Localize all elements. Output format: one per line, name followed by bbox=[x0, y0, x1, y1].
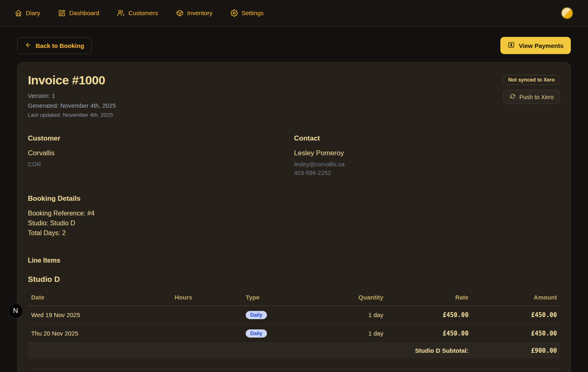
invoice-generated: Generated: November 4th, 2025 bbox=[28, 101, 116, 111]
column-header-rate: Rate bbox=[387, 290, 472, 306]
parties-section: Customer Corvallis COR Contact Lesley Po… bbox=[28, 134, 560, 177]
customers-icon bbox=[117, 9, 124, 17]
contact-heading: Contact bbox=[294, 134, 560, 143]
column-header-type: Type bbox=[242, 290, 306, 306]
booking-details-heading: Booking Details bbox=[28, 195, 560, 203]
back-to-booking-button[interactable]: Back to Booking bbox=[17, 37, 92, 54]
cell-amount: £450.00 bbox=[472, 324, 560, 343]
cell-quantity: 1 day bbox=[306, 306, 387, 324]
xero-status-badge: Not synced to Xero bbox=[503, 75, 560, 85]
settings-icon bbox=[231, 9, 238, 17]
booking-details-lines: Booking Reference: #4 Studio: Studio D T… bbox=[28, 209, 560, 238]
nav-item-label: Diary bbox=[26, 9, 40, 16]
dashboard-icon bbox=[58, 9, 66, 17]
column-header-hours: Hours bbox=[134, 290, 196, 306]
back-to-booking-label: Back to Booking bbox=[36, 42, 84, 49]
invoice-page: Back to Booking View Payments Invoice #1… bbox=[0, 26, 588, 372]
view-payments-label: View Payments bbox=[519, 42, 563, 49]
customer-block: Customer Corvallis COR bbox=[28, 134, 294, 177]
cell-date: Thu 20 Nov 2025 bbox=[28, 324, 134, 343]
type-badge: Daily bbox=[246, 311, 267, 319]
cell-rate: £450.00 bbox=[387, 306, 472, 324]
invoice-title-block: Invoice #1000 Version: 1 Generated: Nove… bbox=[28, 73, 116, 120]
invoice-card: Invoice #1000 Version: 1 Generated: Nove… bbox=[17, 62, 571, 372]
inventory-icon bbox=[176, 9, 183, 17]
column-header-spacer bbox=[196, 290, 242, 306]
contact-name: Lesley Pomeroy bbox=[294, 149, 560, 157]
nav-item-label: Settings bbox=[242, 9, 264, 16]
push-to-xero-label: Push to Xero bbox=[519, 94, 554, 100]
xero-sync-block: Not synced to Xero Push to Xero bbox=[503, 73, 560, 104]
subtotal-label: Studio D Subtotal: bbox=[387, 343, 472, 358]
line-items-heading: Line Items bbox=[28, 257, 560, 264]
nav-item-label: Inventory bbox=[187, 9, 213, 16]
nav-item-settings[interactable]: Settings bbox=[231, 9, 264, 17]
table-header-row: Date Hours Type Quantity Rate Amount bbox=[28, 290, 560, 306]
nav-item-label: Dashboard bbox=[69, 9, 99, 16]
cell-hours bbox=[134, 324, 196, 343]
cell-type: Daily bbox=[242, 324, 306, 343]
subtotal-row: Studio D Subtotal: £900.00 bbox=[28, 343, 560, 358]
dev-tools-button[interactable]: N bbox=[8, 304, 23, 318]
user-avatar[interactable] bbox=[561, 7, 573, 19]
cell-type: Daily bbox=[242, 306, 306, 324]
invoice-version: Version: 1 bbox=[28, 91, 116, 101]
table-row: Wed 19 Nov 2025 Daily 1 day £450.00 £450… bbox=[28, 306, 560, 324]
invoice-last-updated: Last updated: November 4th, 2025 bbox=[28, 111, 116, 120]
cell-rate: £450.00 bbox=[387, 324, 472, 343]
nav-items: Diary Dashboard Customers Inventory Sett… bbox=[15, 9, 264, 17]
booking-total-days: Total Days: 2 bbox=[28, 228, 560, 238]
nav-item-diary[interactable]: Diary bbox=[15, 9, 40, 17]
nav-item-dashboard[interactable]: Dashboard bbox=[58, 9, 99, 17]
column-header-amount: Amount bbox=[472, 290, 560, 306]
arrow-left-icon bbox=[25, 42, 32, 50]
contact-block: Contact Lesley Pomeroy lesley@corvallis.… bbox=[294, 134, 560, 177]
invoice-title: Invoice #1000 bbox=[28, 73, 116, 87]
booking-details-section: Booking Details Booking Reference: #4 St… bbox=[28, 195, 560, 238]
subtotal-value: £900.00 bbox=[472, 343, 560, 358]
table-row: Thu 20 Nov 2025 Daily 1 day £450.00 £450… bbox=[28, 324, 560, 343]
booking-studio: Studio: Studio D bbox=[28, 218, 560, 228]
page-toolbar: Back to Booking View Payments bbox=[17, 37, 571, 54]
studio-group-heading: Studio D bbox=[28, 275, 560, 284]
cell-amount: £450.00 bbox=[472, 306, 560, 324]
nav-item-inventory[interactable]: Inventory bbox=[176, 9, 213, 17]
customer-code: COR bbox=[28, 160, 294, 169]
cell-hours bbox=[134, 306, 196, 324]
cell-quantity: 1 day bbox=[306, 324, 387, 343]
total-divider bbox=[28, 369, 560, 370]
contact-details: lesley@corvallis.ca 403-596-2252 bbox=[294, 160, 560, 177]
customer-name: Corvallis bbox=[28, 149, 294, 157]
push-to-xero-button[interactable]: Push to Xero bbox=[503, 90, 560, 104]
line-items-table: Date Hours Type Quantity Rate Amount Wed… bbox=[28, 290, 560, 358]
banknote-icon bbox=[508, 41, 515, 50]
column-header-date: Date bbox=[28, 290, 134, 306]
nav-item-label: Customers bbox=[128, 9, 158, 16]
home-icon bbox=[15, 9, 22, 17]
view-payments-button[interactable]: View Payments bbox=[500, 37, 571, 54]
contact-phone: 403-596-2252 bbox=[294, 169, 560, 177]
top-nav: Diary Dashboard Customers Inventory Sett… bbox=[0, 0, 588, 26]
refresh-icon bbox=[510, 93, 516, 100]
invoice-card-header: Invoice #1000 Version: 1 Generated: Nove… bbox=[28, 73, 560, 120]
customer-heading: Customer bbox=[28, 134, 294, 143]
contact-email: lesley@corvallis.ca bbox=[294, 160, 560, 169]
invoice-meta: Version: 1 Generated: November 4th, 2025… bbox=[28, 91, 116, 120]
booking-reference: Booking Reference: #4 bbox=[28, 209, 560, 218]
type-badge: Daily bbox=[246, 329, 267, 338]
column-header-quantity: Quantity bbox=[306, 290, 387, 306]
cell-date: Wed 19 Nov 2025 bbox=[28, 306, 134, 324]
nav-item-customers[interactable]: Customers bbox=[117, 9, 158, 17]
